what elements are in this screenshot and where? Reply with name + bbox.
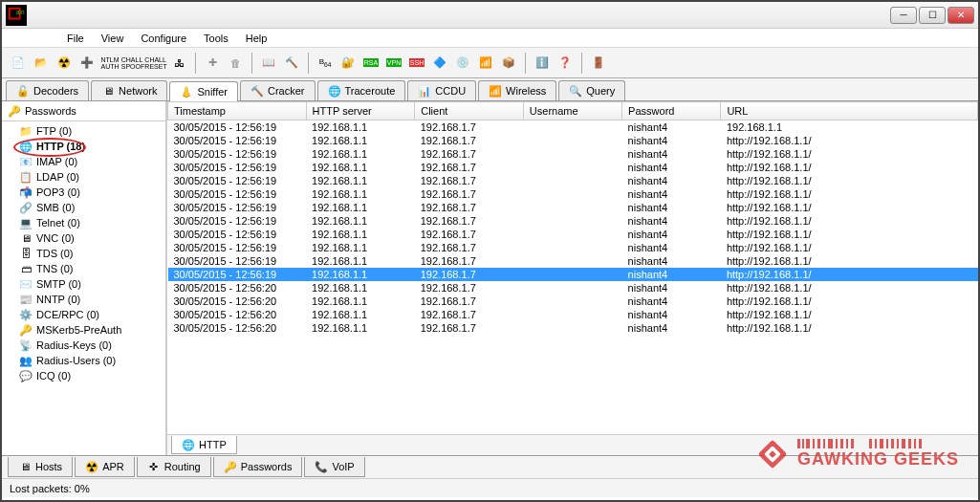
table-row[interactable]: 30/05/2015 - 12:56:19192.168.1.1192.168.… (168, 268, 978, 281)
open-icon[interactable]: 📂 (31, 53, 52, 74)
table-row[interactable]: 30/05/2015 - 12:56:19192.168.1.1192.168.… (168, 120, 978, 135)
protocol-imap[interactable]: 📧IMAP (0) (2, 154, 165, 169)
chall-spoof-icon[interactable]: CHALLSPOOF (122, 53, 143, 74)
hash-icon[interactable]: 🔐 (338, 53, 359, 74)
protocol-radius-keys[interactable]: 📡Radius-Keys (0) (2, 338, 165, 353)
footer-tab-apr[interactable]: ☢️APR (75, 457, 135, 477)
table-row[interactable]: 30/05/2015 - 12:56:19192.168.1.1192.168.… (168, 228, 978, 241)
info-icon[interactable]: ℹ️ (532, 53, 553, 74)
protocol-smb[interactable]: 🔗SMB (0) (2, 200, 165, 215)
voip-icon: 📞 (315, 460, 328, 473)
statusbar: Lost packets: 0% (2, 478, 978, 497)
protocol-icon: 🗄 (19, 247, 33, 260)
radiation-icon[interactable]: ☢️ (54, 53, 75, 74)
protocol-tree[interactable]: 📁FTP (0)🌐HTTP (18)📧IMAP (0)📋LDAP (0)📬POP… (2, 121, 165, 455)
protocol-pop3[interactable]: 📬POP3 (0) (2, 185, 165, 200)
add-icon[interactable]: ✚ (202, 53, 223, 74)
table-row[interactable]: 30/05/2015 - 12:56:19192.168.1.1192.168.… (168, 201, 978, 214)
bottom-tab-http[interactable]: 🌐 HTTP (171, 436, 237, 454)
col-timestamp[interactable]: Timestamp (168, 102, 307, 120)
box-icon[interactable]: 📦 (498, 53, 519, 74)
table-row[interactable]: 30/05/2015 - 12:56:19192.168.1.1192.168.… (168, 161, 978, 174)
table-row[interactable]: 30/05/2015 - 12:56:19192.168.1.1192.168.… (168, 241, 978, 254)
protocol-nntp[interactable]: 📰NNTP (0) (2, 292, 165, 307)
protocol-icon: 📡 (19, 338, 33, 352)
disk-icon[interactable]: 💿 (452, 53, 473, 74)
protocol-mskerb5-preauth[interactable]: 🔑MSKerb5-PreAuth (2, 322, 165, 338)
protocol-smtp[interactable]: ✉️SMTP (0) (2, 276, 165, 292)
ssh-icon[interactable]: SSH (406, 53, 427, 74)
password-grid[interactable]: TimestampHTTP serverClientUsernamePasswo… (167, 101, 978, 434)
tab-traceroute[interactable]: 🌐Traceroute (317, 80, 406, 100)
chall-reset-icon[interactable]: CHALLRESET (145, 53, 166, 74)
col-http-server[interactable]: HTTP server (306, 102, 415, 120)
help-icon[interactable]: ❓ (555, 53, 576, 74)
protocol-telnet[interactable]: 💻Telnet (0) (2, 215, 165, 230)
sidebar-title: Passwords (25, 105, 76, 117)
col-client[interactable]: Client (415, 102, 524, 120)
menu-configure[interactable]: Configure (133, 31, 194, 46)
protocol-icon: 💻 (19, 216, 33, 229)
tab-wireless[interactable]: 📶Wireless (478, 80, 556, 100)
tab-network[interactable]: 🖥Network (91, 80, 167, 100)
vpn-icon[interactable]: VPN (383, 53, 404, 74)
protocol-ftp[interactable]: 📁FTP (0) (2, 123, 165, 139)
footer-tab-hosts[interactable]: 🖥Hosts (8, 457, 73, 477)
protocol-tns[interactable]: 🗃TNS (0) (2, 261, 165, 276)
exit-icon[interactable]: 🚪 (588, 53, 609, 74)
protocol-icq[interactable]: 💬ICQ (0) (2, 368, 165, 383)
titlebar: ain ─ ☐ ✕ (2, 2, 978, 29)
protocol-icon: 🖥 (19, 231, 33, 245)
close-button[interactable]: ✕ (947, 7, 974, 24)
menu-view[interactable]: View (94, 31, 132, 46)
table-row[interactable]: 30/05/2015 - 12:56:19192.168.1.1192.168.… (168, 174, 978, 187)
table-row[interactable]: 30/05/2015 - 12:56:19192.168.1.1192.168.… (168, 187, 978, 201)
remove-icon[interactable]: 🗑 (225, 53, 246, 74)
b64-icon[interactable]: B64 (315, 53, 336, 74)
cisco-icon[interactable]: 🔷 (429, 53, 450, 74)
table-row[interactable]: 30/05/2015 - 12:56:20192.168.1.1192.168.… (168, 281, 978, 295)
table-row[interactable]: 30/05/2015 - 12:56:20192.168.1.1192.168.… (168, 321, 978, 335)
protocol-dce/rpc[interactable]: ⚙️DCE/RPC (0) (2, 307, 165, 322)
protocol-vnc[interactable]: 🖥VNC (0) (2, 230, 165, 246)
table-row[interactable]: 30/05/2015 - 12:56:20192.168.1.1192.168.… (168, 308, 978, 321)
protocol-radius-users[interactable]: 👥Radius-Users (0) (2, 353, 165, 368)
col-password[interactable]: Password (622, 102, 721, 120)
tab-ccdu[interactable]: 📊CCDU (407, 80, 476, 100)
plus-icon[interactable]: ➕ (76, 53, 98, 74)
maximize-button[interactable]: ☐ (919, 7, 946, 24)
tab-sniffer[interactable]: 👃Sniffer (169, 81, 238, 101)
dict-icon[interactable]: 📖 (258, 53, 279, 74)
col-url[interactable]: URL (721, 102, 978, 120)
col-username[interactable]: Username (523, 102, 621, 120)
table-row[interactable]: 30/05/2015 - 12:56:19192.168.1.1192.168.… (168, 134, 978, 147)
table-row[interactable]: 30/05/2015 - 12:56:19192.168.1.1192.168.… (168, 254, 978, 268)
protocol-icon: 📁 (19, 124, 33, 138)
table-row[interactable]: 30/05/2015 - 12:56:20192.168.1.1192.168.… (168, 295, 978, 308)
routing-icon: ✜ (147, 460, 161, 473)
query-icon: 🔍 (569, 84, 582, 98)
footer-tab-passwords[interactable]: 🔑Passwords (213, 457, 303, 477)
ntlm-auth-icon[interactable]: NTLMAUTH (99, 53, 120, 74)
brute-icon[interactable]: 🔨 (281, 53, 302, 74)
menu-file[interactable]: File (59, 31, 92, 46)
tab-query[interactable]: 🔍Query (558, 80, 625, 100)
rsa-icon[interactable]: RSA (360, 53, 381, 74)
new-icon[interactable]: 📄 (8, 53, 29, 74)
table-row[interactable]: 30/05/2015 - 12:56:19192.168.1.1192.168.… (168, 214, 978, 228)
protocol-ldap[interactable]: 📋LDAP (0) (2, 169, 165, 185)
nic-icon[interactable]: 🖧 (168, 53, 189, 74)
tab-cracker[interactable]: 🔨Cracker (240, 80, 316, 100)
table-row[interactable]: 30/05/2015 - 12:56:19192.168.1.1192.168.… (168, 147, 978, 161)
protocol-tds[interactable]: 🗄TDS (0) (2, 246, 165, 261)
minimize-button[interactable]: ─ (890, 7, 917, 24)
menu-tools[interactable]: Tools (196, 31, 236, 46)
cracker-icon: 🔨 (250, 84, 264, 98)
footer-tab-routing[interactable]: ✜Routing (137, 457, 211, 477)
menu-help[interactable]: Help (238, 31, 275, 46)
bottom-tabbar: 🌐 HTTP (167, 434, 978, 455)
footer-tab-voip[interactable]: 📞VoIP (304, 457, 364, 477)
protocol-http[interactable]: 🌐HTTP (18) (2, 139, 165, 154)
tab-decoders[interactable]: 🔓Decoders (6, 80, 89, 100)
wifi-icon[interactable]: 📶 (475, 53, 496, 74)
